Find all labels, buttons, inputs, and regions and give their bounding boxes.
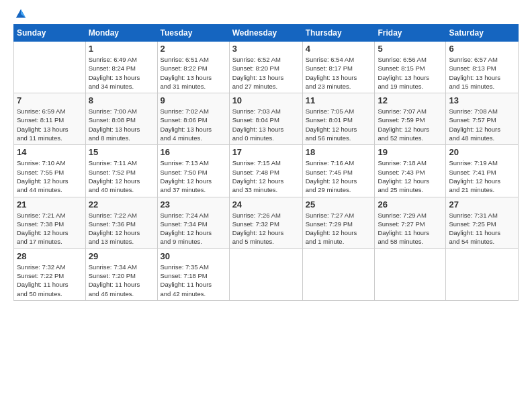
day-info: Sunrise: 6:51 AM Sunset: 8:22 PM Dayligh… — [161, 55, 226, 91]
calendar-cell: 30Sunrise: 7:35 AM Sunset: 7:18 PM Dayli… — [157, 248, 229, 300]
day-number: 8 — [89, 95, 154, 105]
calendar-cell: 11Sunrise: 7:05 AM Sunset: 8:01 PM Dayli… — [302, 93, 375, 145]
day-number: 9 — [161, 95, 226, 105]
calendar-cell: 8Sunrise: 7:00 AM Sunset: 8:08 PM Daylig… — [85, 93, 157, 145]
day-number: 20 — [449, 147, 515, 157]
day-number: 5 — [378, 44, 443, 54]
calendar-cell: 10Sunrise: 7:03 AM Sunset: 8:04 PM Dayli… — [229, 93, 302, 145]
calendar-cell: 23Sunrise: 7:24 AM Sunset: 7:34 PM Dayli… — [157, 197, 229, 248]
calendar-cell: 5Sunrise: 6:56 AM Sunset: 8:15 PM Daylig… — [375, 42, 446, 93]
weekday-header-thursday: Thursday — [302, 25, 375, 42]
calendar-cell — [375, 248, 446, 300]
weekday-header-saturday: Saturday — [446, 25, 519, 42]
day-info: Sunrise: 7:18 AM Sunset: 7:43 PM Dayligh… — [378, 158, 443, 194]
calendar-cell: 4Sunrise: 6:54 AM Sunset: 8:17 PM Daylig… — [302, 42, 375, 93]
calendar-header-row: SundayMondayTuesdayWednesdayThursdayFrid… — [14, 25, 519, 42]
day-info: Sunrise: 7:03 AM Sunset: 8:04 PM Dayligh… — [232, 107, 300, 142]
logo — [13, 11, 27, 17]
calendar-cell: 12Sunrise: 7:07 AM Sunset: 7:59 PM Dayli… — [375, 93, 446, 145]
calendar-cell: 25Sunrise: 7:27 AM Sunset: 7:29 PM Dayli… — [302, 197, 375, 248]
day-info: Sunrise: 7:27 AM Sunset: 7:29 PM Dayligh… — [306, 211, 372, 246]
day-info: Sunrise: 7:35 AM Sunset: 7:18 PM Dayligh… — [161, 263, 226, 298]
calendar-cell: 17Sunrise: 7:15 AM Sunset: 7:48 PM Dayli… — [229, 145, 302, 197]
day-info: Sunrise: 7:24 AM Sunset: 7:34 PM Dayligh… — [161, 211, 226, 246]
day-info: Sunrise: 6:57 AM Sunset: 8:13 PM Dayligh… — [449, 55, 515, 91]
calendar-cell: 24Sunrise: 7:26 AM Sunset: 7:32 PM Dayli… — [229, 197, 302, 248]
day-info: Sunrise: 7:07 AM Sunset: 7:59 PM Dayligh… — [378, 107, 443, 142]
weekday-header-sunday: Sunday — [14, 25, 86, 42]
day-number: 11 — [306, 95, 372, 105]
day-info: Sunrise: 6:52 AM Sunset: 8:20 PM Dayligh… — [232, 55, 300, 91]
calendar-cell: 6Sunrise: 6:57 AM Sunset: 8:13 PM Daylig… — [446, 42, 519, 93]
calendar-cell: 15Sunrise: 7:11 AM Sunset: 7:52 PM Dayli… — [85, 145, 157, 197]
day-number: 10 — [232, 95, 300, 105]
day-number: 30 — [161, 251, 226, 261]
day-info: Sunrise: 7:26 AM Sunset: 7:32 PM Dayligh… — [232, 211, 300, 246]
day-number: 16 — [161, 147, 226, 157]
day-info: Sunrise: 7:02 AM Sunset: 8:06 PM Dayligh… — [161, 107, 226, 142]
day-number: 14 — [17, 147, 83, 157]
day-number: 26 — [378, 199, 443, 210]
day-info: Sunrise: 7:21 AM Sunset: 7:38 PM Dayligh… — [17, 211, 83, 246]
calendar-cell: 21Sunrise: 7:21 AM Sunset: 7:38 PM Dayli… — [14, 197, 86, 248]
calendar-week-row: 1Sunrise: 6:49 AM Sunset: 8:24 PM Daylig… — [14, 42, 519, 93]
day-info: Sunrise: 7:16 AM Sunset: 7:45 PM Dayligh… — [306, 158, 372, 194]
day-number: 1 — [89, 44, 154, 54]
calendar-cell: 16Sunrise: 7:13 AM Sunset: 7:50 PM Dayli… — [157, 145, 229, 197]
day-number: 17 — [232, 147, 300, 157]
day-number: 21 — [17, 199, 83, 210]
page-header — [13, 11, 519, 17]
day-number: 29 — [89, 251, 154, 261]
calendar-cell: 14Sunrise: 7:10 AM Sunset: 7:55 PM Dayli… — [14, 145, 86, 197]
day-info: Sunrise: 6:54 AM Sunset: 8:17 PM Dayligh… — [306, 55, 372, 91]
day-number: 24 — [232, 199, 300, 210]
day-number: 23 — [161, 199, 226, 210]
day-info: Sunrise: 7:31 AM Sunset: 7:25 PM Dayligh… — [449, 211, 515, 246]
calendar-cell: 18Sunrise: 7:16 AM Sunset: 7:45 PM Dayli… — [302, 145, 375, 197]
calendar-cell — [229, 248, 302, 300]
day-info: Sunrise: 7:22 AM Sunset: 7:36 PM Dayligh… — [89, 211, 154, 246]
day-info: Sunrise: 7:34 AM Sunset: 7:20 PM Dayligh… — [89, 263, 154, 298]
calendar-week-row: 14Sunrise: 7:10 AM Sunset: 7:55 PM Dayli… — [14, 145, 519, 197]
weekday-header-wednesday: Wednesday — [229, 25, 302, 42]
calendar-cell: 28Sunrise: 7:32 AM Sunset: 7:22 PM Dayli… — [14, 248, 86, 300]
day-info: Sunrise: 7:29 AM Sunset: 7:27 PM Dayligh… — [378, 211, 443, 246]
calendar-cell: 19Sunrise: 7:18 AM Sunset: 7:43 PM Dayli… — [375, 145, 446, 197]
day-number: 15 — [89, 147, 154, 157]
calendar-cell: 3Sunrise: 6:52 AM Sunset: 8:20 PM Daylig… — [229, 42, 302, 93]
calendar-week-row: 21Sunrise: 7:21 AM Sunset: 7:38 PM Dayli… — [14, 197, 519, 248]
weekday-header-friday: Friday — [375, 25, 446, 42]
calendar-cell: 22Sunrise: 7:22 AM Sunset: 7:36 PM Dayli… — [85, 197, 157, 248]
calendar-table: SundayMondayTuesdayWednesdayThursdayFrid… — [13, 24, 519, 301]
day-number: 2 — [161, 44, 226, 54]
day-number: 19 — [378, 147, 443, 157]
day-number: 28 — [17, 251, 83, 261]
day-info: Sunrise: 7:11 AM Sunset: 7:52 PM Dayligh… — [89, 158, 154, 194]
day-info: Sunrise: 7:10 AM Sunset: 7:55 PM Dayligh… — [17, 158, 83, 194]
weekday-header-monday: Monday — [85, 25, 157, 42]
logo-icon — [15, 8, 27, 20]
day-info: Sunrise: 7:05 AM Sunset: 8:01 PM Dayligh… — [306, 107, 372, 142]
day-number: 3 — [232, 44, 300, 54]
day-number: 18 — [306, 147, 372, 157]
day-info: Sunrise: 7:13 AM Sunset: 7:50 PM Dayligh… — [161, 158, 226, 194]
calendar-cell — [14, 42, 86, 93]
calendar-cell: 29Sunrise: 7:34 AM Sunset: 7:20 PM Dayli… — [85, 248, 157, 300]
day-info: Sunrise: 6:49 AM Sunset: 8:24 PM Dayligh… — [89, 55, 154, 91]
day-number: 22 — [89, 199, 154, 210]
day-number: 27 — [449, 199, 515, 210]
calendar-cell: 27Sunrise: 7:31 AM Sunset: 7:25 PM Dayli… — [446, 197, 519, 248]
day-number: 13 — [449, 95, 515, 105]
day-info: Sunrise: 7:32 AM Sunset: 7:22 PM Dayligh… — [17, 263, 83, 298]
day-info: Sunrise: 6:59 AM Sunset: 8:11 PM Dayligh… — [17, 107, 83, 142]
day-info: Sunrise: 7:15 AM Sunset: 7:48 PM Dayligh… — [232, 158, 300, 194]
calendar-cell — [446, 248, 519, 300]
calendar-cell: 7Sunrise: 6:59 AM Sunset: 8:11 PM Daylig… — [14, 93, 86, 145]
day-number: 6 — [449, 44, 515, 54]
day-info: Sunrise: 7:19 AM Sunset: 7:41 PM Dayligh… — [449, 158, 515, 194]
calendar-week-row: 28Sunrise: 7:32 AM Sunset: 7:22 PM Dayli… — [14, 248, 519, 300]
day-number: 25 — [306, 199, 372, 210]
calendar-cell: 9Sunrise: 7:02 AM Sunset: 8:06 PM Daylig… — [157, 93, 229, 145]
calendar-cell — [302, 248, 375, 300]
calendar-cell: 2Sunrise: 6:51 AM Sunset: 8:22 PM Daylig… — [157, 42, 229, 93]
